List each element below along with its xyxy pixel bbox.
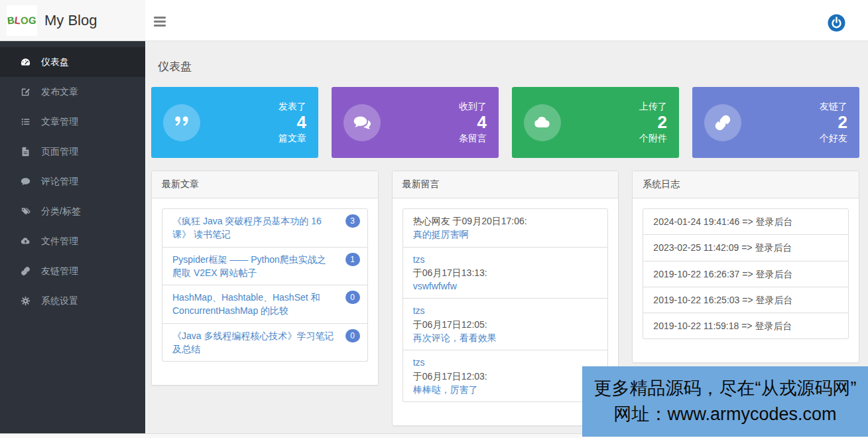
admin-dashboard: BLOG My Blog 仪表盘 [0,0,868,438]
page-title: 仪表盘 [158,59,853,74]
log-list-item: 2023-02-25 11:42:09 => 登录后台 [643,235,849,261]
comment-list-item: tzs 于06月17日12:03: 棒棒哒，厉害了 [403,350,609,402]
article-link[interactable]: 《Java 多线程编程核心技术》学习笔记及总结 [172,330,334,354]
stat-value: 4 [279,113,306,133]
comment-list-item: tzs 于06月17日13:13: vswfwfwfw [403,248,609,299]
stat-unit: 个好友 [820,132,847,144]
quote-right-icon [163,104,200,141]
sidebar-item-label: 系统设置 [41,295,78,307]
stat-cards-row: 发表了 4 篇文章 收到了 4 条留言 [151,87,859,158]
comment-content-link[interactable]: 棒棒哒，厉害了 [413,383,598,396]
article-list-item: 《疯狂 Java 突破程序员基本功的 16 课》 读书笔记 3 [162,208,368,248]
article-link[interactable]: Pyspider框架 —— Python爬虫实战之爬取 V2EX 网站帖子 [172,254,326,278]
logo-letter: G [28,14,36,26]
article-link[interactable]: HashMap、Hashtable、HashSet 和 ConcurrentHa… [172,292,320,316]
sidebar-item-dashboard[interactable]: 仪表盘 [0,47,145,77]
stat-label: 上传了 [639,100,667,112]
panel-title: 最新文章 [152,171,378,198]
stat-value: 2 [820,113,847,133]
chain-icon [704,104,741,141]
article-list-item: Pyspider框架 —— Python爬虫实战之爬取 V2EX 网站帖子 1 [162,248,368,286]
stat-meta: 发表了 4 篇文章 [279,100,306,144]
hamburger-icon[interactable] [154,17,166,29]
stat-value: 4 [459,113,487,133]
panel-title: 最新留言 [393,171,619,198]
comment-content-link[interactable]: 再次评论，看看效果 [413,331,598,344]
edit-icon [19,86,31,98]
sidebar-item-label: 友链管理 [41,265,78,277]
stat-card-articles: 发表了 4 篇文章 [151,87,318,158]
blog-logo: BLOG [7,5,37,36]
comment-content-link[interactable]: 真的挺厉害啊 [413,228,598,241]
sidebar-item-label: 文章管理 [41,116,78,128]
site-title: My Blog [44,12,97,29]
header: BLOG My Blog [0,0,868,41]
log-list-item: 2019-10-22 16:25:03 => 登录后台 [643,287,849,313]
list-icon [19,116,31,128]
comment-author-link[interactable]: tzs [413,356,598,369]
dashboard-icon [19,56,31,68]
cloud-upload-icon [19,236,31,248]
tags-icon [19,206,31,218]
sidebar-item-friend-links[interactable]: 友链管理 [0,256,145,286]
panel-body: 2024-01-24 19:41:46 => 登录后台 2023-02-25 1… [633,198,859,362]
comment-date: 于06月17日12:03: [413,370,598,383]
sidebar-item-label: 分类/标签 [41,206,81,218]
log-list-item: 2024-01-24 19:41:46 => 登录后台 [643,208,849,235]
brand: BLOG My Blog [0,0,145,41]
latest-articles-panel: 最新文章 《疯狂 Java 突破程序员基本功的 16 课》 读书笔记 3 Pys… [151,171,379,386]
comment-date: 于06月17日12:05: [413,318,598,331]
stat-card-friend-links: 友链了 2 个好友 [692,87,859,158]
sidebar-item-categories-tags[interactable]: 分类/标签 [0,196,145,226]
comment-content-link[interactable]: vswfwfwfw [413,279,598,293]
sidebar-item-comment-manage[interactable]: 评论管理 [0,167,145,196]
chain-icon [19,265,31,277]
page-icon [19,146,31,158]
topbar [145,0,868,41]
power-icon[interactable] [828,14,845,32]
stat-label: 友链了 [820,100,847,112]
log-list-item: 2019-10-22 16:26:37 => 登录后台 [643,261,849,287]
comment-date: 于06月17日13:13: [413,266,598,279]
stat-unit: 个附件 [639,132,667,144]
sidebar-item-article-manage[interactable]: 文章管理 [0,107,145,137]
comment-author-link[interactable]: tzs [413,253,598,266]
comment-icon [19,176,31,188]
comment-count-badge: 3 [345,214,360,228]
sidebar-item-file-manage[interactable]: 文件管理 [0,226,145,256]
article-list-item: 《Java 多线程编程核心技术》学习笔记及总结 0 [162,324,368,362]
comment-list-item: 热心网友 于09月20日17:06: 真的挺厉害啊 [403,208,609,248]
stat-label: 发表了 [279,100,306,112]
sidebar-item-post-article[interactable]: 发布文章 [0,77,145,107]
sidebar-item-page-manage[interactable]: 页面管理 [0,137,145,167]
sidebar-item-settings[interactable]: 系统设置 [0,286,145,316]
comment-count-badge: 0 [345,329,360,342]
panel-body: 《疯狂 Java 突破程序员基本功的 16 课》 读书笔记 3 Pyspider… [152,198,378,385]
sidebar-item-label: 评论管理 [41,176,78,188]
comment-author-link[interactable]: tzs [413,304,598,317]
sidebar-item-label: 发布文章 [41,86,78,98]
watermark-overlay: 更多精品源码，尽在“从戎源码网” 网址：www.armycodes.com [582,366,868,437]
sidebar: 仪表盘 发布文章 文章管理 页面管理 评论管理 [0,41,145,433]
article-list-item: HashMap、Hashtable、HashSet 和 ConcurrentHa… [162,285,368,324]
log-list-item: 2019-10-22 11:59:18 => 登录后台 [643,313,849,339]
stat-unit: 条留言 [459,132,487,144]
stat-meta: 友链了 2 个好友 [820,100,847,144]
sidebar-item-label: 仪表盘 [41,56,69,68]
gear-icon [19,295,31,307]
article-link[interactable]: 《疯狂 Java 突破程序员基本功的 16 课》 读书笔记 [172,216,322,240]
comment-list-item: tzs 于06月17日12:05: 再次评论，看看效果 [403,299,609,350]
stat-label: 收到了 [459,100,487,112]
watermark-line2: 网址：www.armycodes.com [613,402,836,427]
comment-date: 于09月20日17:06: [453,216,527,226]
comment-author: 热心网友 [413,216,450,226]
comment-count-badge: 0 [345,291,360,304]
sidebar-item-label: 页面管理 [41,146,78,158]
sidebar-item-label: 文件管理 [41,236,78,248]
stat-card-comments: 收到了 4 条留言 [332,87,499,158]
comment-count-badge: 1 [345,253,360,266]
stat-unit: 篇文章 [279,132,306,144]
stat-meta: 收到了 4 条留言 [459,100,487,144]
watermark-line1: 更多精品源码，尽在“从戎源码网” [594,376,857,402]
system-log-panel: 系统日志 2024-01-24 19:41:46 => 登录后台 2023-02… [632,171,859,363]
